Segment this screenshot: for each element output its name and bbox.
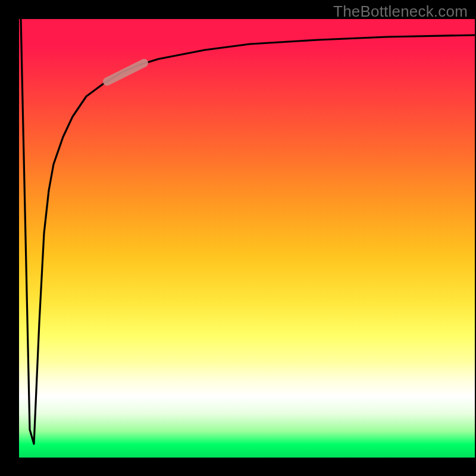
highlight-segment [107,63,144,82]
watermark-text: TheBottleneck.com [333,2,468,21]
chart-container: TheBottleneck.com [0,0,476,476]
curve-layer [19,19,475,458]
plot-area [19,19,475,458]
bottleneck-curve [21,19,475,444]
